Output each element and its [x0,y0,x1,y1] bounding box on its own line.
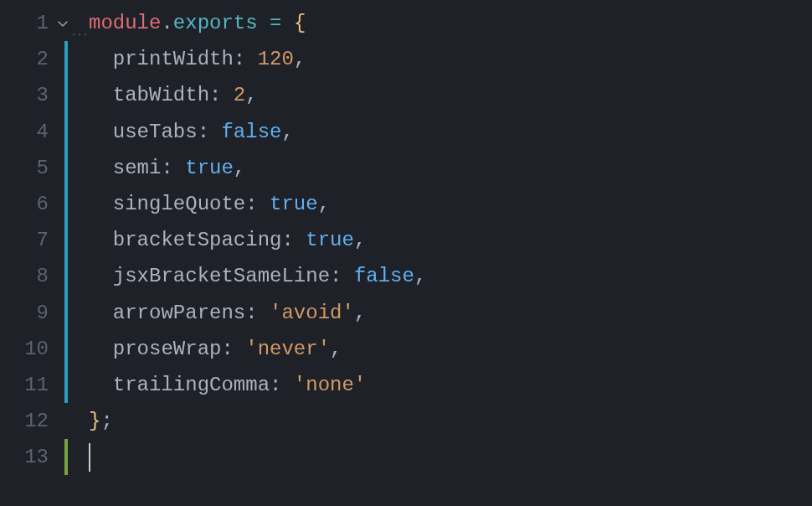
token-boolean: true [306,229,354,251]
code-line[interactable]: arrowParens: 'avoid', [89,295,812,331]
change-indicator [64,114,68,150]
cursor-icon [89,443,90,472]
change-indicator [64,41,68,77]
token-number: 2 [234,84,245,106]
line-number: 13 [0,439,60,475]
change-indicator [64,258,68,294]
change-indicator [64,186,68,222]
line-number: 3 [0,77,60,113]
line-number: 8 [0,258,60,294]
line-number: 4 [0,114,60,150]
line-number: 10 [0,331,60,367]
code-line[interactable]: module.exports = { [89,5,812,41]
gutter: 1 ··· 2 3 4 5 6 7 8 9 10 11 12 13 [0,0,60,506]
line-number: 11 [0,367,60,403]
change-indicator [64,222,68,258]
token-boolean: false [221,121,281,143]
token-key: useTabs [113,121,198,143]
line-number: 9 [0,295,60,331]
change-indicator [64,331,68,367]
code-area[interactable]: module.exports = { printWidth: 120, tabW… [69,0,812,506]
token-key: semi [113,157,162,179]
token-brace: { [294,12,306,34]
token-identifier: module [89,12,161,34]
change-indicator [64,367,68,403]
token-string: 'never' [245,338,330,360]
code-line[interactable]: printWidth: 120, [89,41,812,77]
token-key: jsxBracketSameLine [113,265,330,287]
line-number: 5 [0,150,60,186]
token-key: bracketSpacing [113,229,282,251]
code-line[interactable]: singleQuote: true, [89,186,812,222]
code-line[interactable] [89,439,812,475]
code-line[interactable]: semi: true, [89,150,812,186]
change-indicator [64,150,68,186]
line-number: 12 [0,403,60,439]
code-line[interactable]: }; [89,403,812,439]
code-line[interactable]: proseWrap: 'never', [89,331,812,367]
change-indicator [64,77,68,113]
token-string: 'none' [294,374,366,396]
token-key: singleQuote [113,193,245,215]
code-line[interactable]: trailingComma: 'none' [89,367,812,403]
token-boolean: true [185,157,234,179]
token-boolean: true [270,193,318,215]
code-editor[interactable]: 1 ··· 2 3 4 5 6 7 8 9 10 11 12 13 [0,0,812,506]
line-number: 6 [0,186,60,222]
code-line[interactable]: useTabs: false, [89,114,812,150]
change-indicator [64,403,68,439]
line-number-text: 1 [37,12,49,34]
change-indicator [64,295,68,331]
token-punct: . [161,12,172,34]
line-number: 7 [0,222,60,258]
line-number: 2 [0,41,60,77]
token-number: 120 [258,48,294,70]
token-string: 'avoid' [270,302,354,324]
token-key: tabWidth [113,84,209,106]
token-property: exports [173,12,258,34]
code-line[interactable]: tabWidth: 2, [89,77,812,113]
line-number: 1 ··· [0,5,60,41]
token-key: printWidth [113,48,234,70]
token-key: proseWrap [113,338,222,360]
token-key: arrowParens [113,302,245,324]
token-brace: } [89,410,100,432]
code-line[interactable]: bracketSpacing: true, [89,222,812,258]
change-indicator [64,439,68,475]
token-boolean: false [354,265,414,287]
token-operator: = [270,12,281,34]
token-key: trailingComma [113,374,270,396]
code-line[interactable]: jsxBracketSameLine: false, [89,258,812,294]
